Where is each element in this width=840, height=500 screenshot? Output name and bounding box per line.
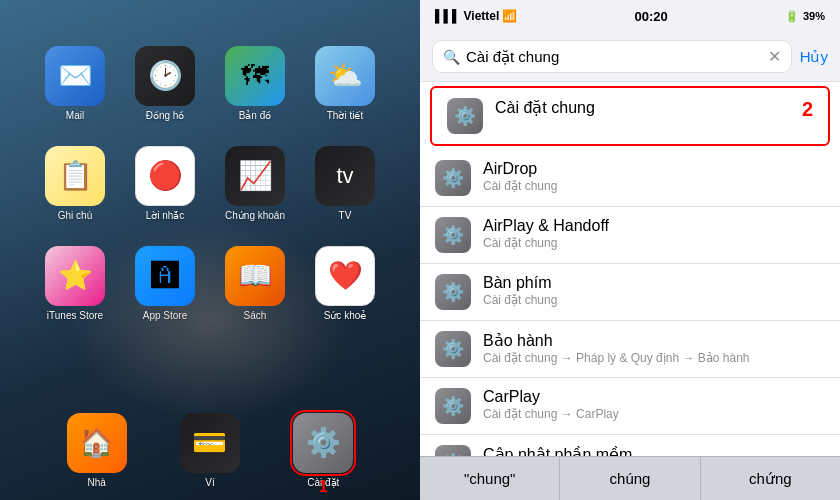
battery-percent: 39% — [803, 10, 825, 22]
dock-badge-settings: 1 — [319, 478, 328, 496]
keyboard-suggestions: "chung"chúngchứng — [420, 456, 840, 500]
search-panel: ▌▌▌ Viettel 📶 00:20 🔋 39% 🔍 Cài đặt chun… — [420, 0, 840, 500]
app-icon-books[interactable]: 📖Sách — [215, 238, 295, 328]
status-bar-left — [0, 0, 420, 28]
kb-suggestion-chung2[interactable]: chứng — [701, 457, 840, 500]
dock-icon-wallet[interactable]: 💳Ví — [180, 413, 240, 488]
result-icon-bao-hanh: ⚙️ — [435, 331, 471, 367]
wifi-icon: 📶 — [502, 9, 517, 23]
result-subtitle-bao-hanh: Cài đặt chung → Pháp lý & Quy định → Bảo… — [483, 351, 825, 365]
result-title-ban-phim: Bàn phím — [483, 274, 825, 292]
search-bar[interactable]: 🔍 Cài đặt chung ✕ — [432, 40, 792, 73]
result-icon-cap-nhat: ⚙️ — [435, 445, 471, 456]
signal-bars: ▌▌▌ — [435, 9, 461, 23]
kb-suggestion-chung1[interactable]: chúng — [560, 457, 700, 500]
result-title-cap-nhat: Cập nhật phần mềm — [483, 445, 825, 456]
dock-label-home: Nhà — [87, 477, 105, 488]
app-icon-mail[interactable]: ✉️Mail — [35, 38, 115, 128]
cancel-button[interactable]: Hủy — [800, 48, 828, 66]
result-title-cai-dat-chung: Cài đặt chung — [495, 98, 798, 117]
result-item-cap-nhat[interactable]: ⚙️Cập nhật phần mềmCài đặt chung — [420, 435, 840, 456]
app-label-mail: Mail — [66, 110, 84, 121]
app-label-stocks: Chứng khoán — [225, 210, 285, 221]
app-label-appstore: App Store — [143, 310, 187, 321]
result-subtitle-airdrop: Cài đặt chung — [483, 179, 825, 193]
step-number-2: 2 — [802, 98, 813, 121]
search-icon: 🔍 — [443, 49, 460, 65]
app-icon-appstore[interactable]: 🅰App Store — [125, 238, 205, 328]
result-title-airdrop: AirDrop — [483, 160, 825, 178]
result-icon-cai-dat-chung: ⚙️ — [447, 98, 483, 134]
dock-icon-settings[interactable]: 1⚙️Cài đặt — [293, 413, 353, 488]
app-label-books: Sách — [244, 310, 267, 321]
app-label-ringtones: Lời nhắc — [146, 210, 185, 221]
clock-display: 00:20 — [635, 9, 668, 24]
result-icon-airdrop: ⚙️ — [435, 160, 471, 196]
app-icon-ringtones[interactable]: 🔴Lời nhắc — [125, 138, 205, 228]
battery-icon: 🔋 — [785, 10, 799, 23]
result-item-bao-hanh[interactable]: ⚙️Bảo hànhCài đặt chung → Pháp lý & Quy … — [420, 321, 840, 378]
result-subtitle-ban-phim: Cài đặt chung — [483, 293, 825, 307]
dock-label-wallet: Ví — [205, 477, 214, 488]
search-input-value[interactable]: Cài đặt chung — [466, 48, 762, 66]
app-label-clock: Đồng hồ — [146, 110, 185, 121]
result-item-ban-phim[interactable]: ⚙️Bàn phímCài đặt chung — [420, 264, 840, 321]
app-icon-clock[interactable]: 🕑Đồng hồ — [125, 38, 205, 128]
result-subtitle-airplay-handoff: Cài đặt chung — [483, 236, 825, 250]
result-icon-carplay: ⚙️ — [435, 388, 471, 424]
carrier-signal: ▌▌▌ Viettel 📶 — [435, 9, 517, 23]
app-icon-itunes[interactable]: ⭐iTunes Store — [35, 238, 115, 328]
result-title-bao-hanh: Bảo hành — [483, 331, 825, 350]
app-label-itunes: iTunes Store — [47, 310, 103, 321]
result-item-cai-dat-chung[interactable]: ⚙️Cài đặt chung2 — [430, 86, 830, 146]
result-item-airdrop[interactable]: ⚙️AirDropCài đặt chung — [420, 150, 840, 207]
app-label-notes: Ghi chú — [58, 210, 92, 221]
app-label-weather: Thời tiết — [327, 110, 363, 121]
search-results-list: ⚙️Cài đặt chung2⚙️AirDropCài đặt chung⚙️… — [420, 81, 840, 456]
iphone-home-screen: ✉️Mail🕑Đồng hồ🗺Bản đồ⛅Thời tiết📋Ghi chú🔴… — [0, 0, 420, 500]
carrier-name: Viettel — [464, 9, 500, 23]
app-icon-tv[interactable]: tvTV — [305, 138, 385, 228]
battery-area: 🔋 39% — [785, 10, 825, 23]
app-icon-weather[interactable]: ⛅Thời tiết — [305, 38, 385, 128]
app-label-health: Sức khoẻ — [324, 310, 367, 321]
app-grid: ✉️Mail🕑Đồng hồ🗺Bản đồ⛅Thời tiết📋Ghi chú🔴… — [15, 28, 405, 410]
dock: 🏠Nhà💳Ví1⚙️Cài đặt — [0, 410, 420, 490]
result-icon-airplay-handoff: ⚙️ — [435, 217, 471, 253]
result-title-airplay-handoff: AirPlay & Handoff — [483, 217, 825, 235]
result-item-airplay-handoff[interactable]: ⚙️AirPlay & HandoffCài đặt chung — [420, 207, 840, 264]
app-icon-health[interactable]: ❤️Sức khoẻ — [305, 238, 385, 328]
result-subtitle-carplay: Cài đặt chung → CarPlay — [483, 407, 825, 421]
status-bar-right: ▌▌▌ Viettel 📶 00:20 🔋 39% — [420, 0, 840, 32]
search-clear-button[interactable]: ✕ — [768, 47, 781, 66]
dock-icon-home[interactable]: 🏠Nhà — [67, 413, 127, 488]
search-bar-container: 🔍 Cài đặt chung ✕ Hủy — [420, 32, 840, 81]
result-item-carplay[interactable]: ⚙️CarPlayCài đặt chung → CarPlay — [420, 378, 840, 435]
kb-suggestion-chung-quoted[interactable]: "chung" — [420, 457, 560, 500]
result-title-carplay: CarPlay — [483, 388, 825, 406]
app-label-tv: TV — [339, 210, 352, 221]
result-icon-ban-phim: ⚙️ — [435, 274, 471, 310]
app-icon-maps[interactable]: 🗺Bản đồ — [215, 38, 295, 128]
app-label-maps: Bản đồ — [239, 110, 272, 121]
app-icon-stocks[interactable]: 📈Chứng khoán — [215, 138, 295, 228]
app-icon-notes[interactable]: 📋Ghi chú — [35, 138, 115, 228]
